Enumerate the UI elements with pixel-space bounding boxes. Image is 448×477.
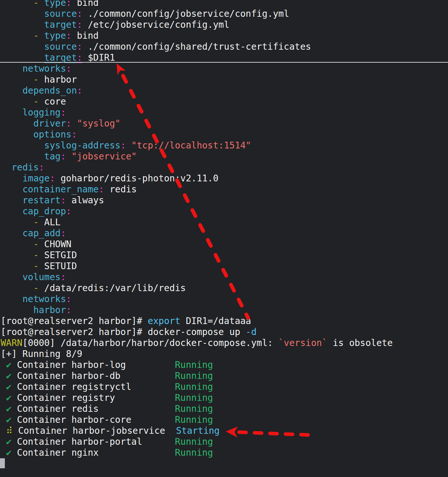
yaml-tag: tag: "jobservice" (1, 151, 393, 162)
yaml-bind1-target: target: /etc/jobservice/config.yml (1, 19, 393, 30)
yaml-chown: - CHOWN (1, 239, 393, 250)
terminal-output: - type: bind source: ./common/config/job… (1, 0, 393, 458)
yaml-volumes: volumes: (1, 272, 393, 283)
yaml-depends-on: depends_on: (1, 85, 393, 96)
yaml-harbor-network: harbor: (1, 305, 393, 316)
yaml-restart: restart: always (1, 195, 393, 206)
yaml-redis: redis: (1, 162, 393, 173)
yaml-cap-all: - ALL (1, 217, 393, 228)
container-row-harbor-portal: ✔ Container harbor-portal Running (1, 436, 393, 447)
yaml-bind1-source: source: ./common/config/jobservice/confi… (1, 8, 393, 19)
yaml-bind1-type: - type: bind (1, 0, 393, 8)
yaml-cap-drop: cap_drop: (1, 206, 393, 217)
yaml-networks-harbor: - harbor (1, 74, 393, 85)
yaml-driver: driver: "syslog" (1, 118, 393, 129)
container-row-harbor-log: ✔ Container harbor-log Running (1, 360, 393, 370)
container-row-redis: ✔ Container redis Running (1, 403, 393, 414)
yaml-networks2: networks: (1, 294, 393, 305)
container-row-registry: ✔ Container registry Running (1, 392, 393, 403)
yaml-bind2-type: - type: bind (1, 30, 393, 41)
warn-version-obsolete: WARN[0000] /data/harbor/harbor/docker-co… (1, 338, 393, 349)
yaml-logging: logging: (1, 107, 393, 118)
container-row-nginx: ✔ Container nginx Running (1, 447, 393, 458)
container-row-harbor-db: ✔ Container harbor-db Running (1, 370, 393, 381)
yaml-bind2-target-dir1: target: $DIR1 (1, 52, 393, 63)
yaml-cap-add: cap_add: (1, 228, 393, 239)
yaml-image: image: goharbor/redis-photon:v2.11.0 (1, 173, 393, 184)
yaml-redis-volume: - /data/redis:/var/lib/redis (1, 283, 393, 294)
container-row-registryctl: ✔ Container registryctl Running (1, 381, 393, 392)
container-row-harbor-jobservice: ⠾ Container harbor-jobservice Starting (1, 425, 393, 436)
yaml-syslog-address: syslog-address: "tcp://localhost:1514" (1, 140, 393, 151)
yaml-depends-core: - core (1, 96, 393, 107)
prompt-export-dir1: [root@realserver2 harbor]# export DIR1=/… (1, 316, 393, 327)
terminal-cursor (0, 458, 5, 468)
yaml-container-name: container_name: redis (1, 184, 393, 195)
yaml-options: options: (1, 129, 393, 140)
separator-line (0, 62, 448, 63)
yaml-bind2-source: source: ./common/config/shared/trust-cer… (1, 41, 393, 52)
yaml-setgid: - SETGID (1, 250, 393, 261)
container-row-harbor-core: ✔ Container harbor-core Running (1, 414, 393, 425)
yaml-networks: networks: (1, 63, 393, 74)
prompt-docker-compose-up: [root@realserver2 harbor]# docker-compos… (1, 327, 393, 338)
terminal-screen[interactable]: - type: bind source: ./common/config/job… (0, 0, 448, 477)
compose-running-summary: [+] Running 8/9 (1, 349, 393, 360)
yaml-setuid: - SETUID (1, 261, 393, 272)
